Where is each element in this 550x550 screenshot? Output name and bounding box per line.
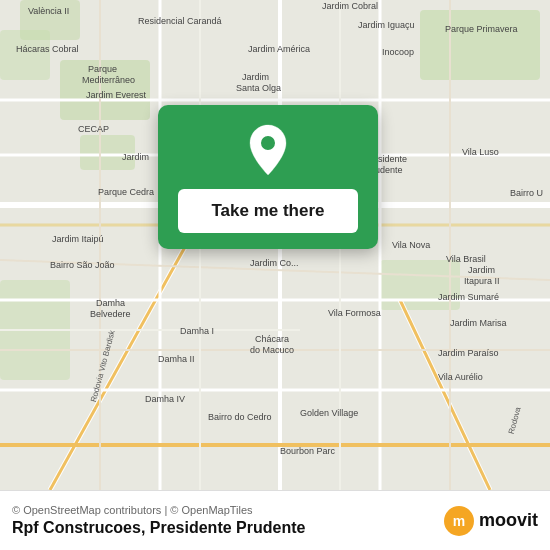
svg-text:Jardim: Jardim <box>468 265 495 275</box>
svg-text:Santa Olga: Santa Olga <box>236 83 281 93</box>
svg-text:do Macuco: do Macuco <box>250 345 294 355</box>
svg-text:Jardim Marisa: Jardim Marisa <box>450 318 507 328</box>
svg-text:CECAP: CECAP <box>78 124 109 134</box>
svg-text:Jardim Everest: Jardim Everest <box>86 90 147 100</box>
svg-text:Jardim Co...: Jardim Co... <box>250 258 299 268</box>
svg-text:Parque Primavera: Parque Primavera <box>445 24 518 34</box>
svg-text:Parque Cedra: Parque Cedra <box>98 187 154 197</box>
svg-text:Vila Nova: Vila Nova <box>392 240 430 250</box>
map-attribution: © OpenStreetMap contributors | © OpenMap… <box>12 504 443 516</box>
svg-text:Damha I: Damha I <box>180 326 214 336</box>
svg-rect-3 <box>420 10 540 80</box>
svg-text:Bourbon Parc: Bourbon Parc <box>280 446 336 456</box>
svg-text:Hácaras Cobral: Hácaras Cobral <box>16 44 79 54</box>
svg-rect-7 <box>380 260 460 310</box>
svg-rect-4 <box>0 30 50 80</box>
map-container: València II Residencial Carandá Jardim I… <box>0 0 550 490</box>
svg-text:Vila Brasil: Vila Brasil <box>446 254 486 264</box>
svg-text:Belvedere: Belvedere <box>90 309 131 319</box>
svg-text:Vila Aurélio: Vila Aurélio <box>438 372 483 382</box>
svg-text:Jardim Iguaçu: Jardim Iguaçu <box>358 20 415 30</box>
take-me-there-button[interactable]: Take me there <box>178 189 358 233</box>
svg-text:Bairro U: Bairro U <box>510 188 543 198</box>
location-name: Rpf Construcoes, Presidente Prudente <box>12 519 443 537</box>
svg-text:Itapura II: Itapura II <box>464 276 500 286</box>
svg-text:Mediterrâneo: Mediterrâneo <box>82 75 135 85</box>
svg-text:Parque: Parque <box>88 64 117 74</box>
svg-text:Jardim Paraíso: Jardim Paraíso <box>438 348 499 358</box>
svg-text:Jardim Sumaré: Jardim Sumaré <box>438 292 499 302</box>
svg-point-73 <box>260 135 276 151</box>
svg-text:Chácara: Chácara <box>255 334 289 344</box>
svg-text:Jardim: Jardim <box>122 152 149 162</box>
svg-text:Bairro São João: Bairro São João <box>50 260 115 270</box>
bottom-bar: © OpenStreetMap contributors | © OpenMap… <box>0 490 550 550</box>
svg-text:Damha IV: Damha IV <box>145 394 185 404</box>
moovit-logo: m moovit <box>443 505 538 537</box>
svg-text:València II: València II <box>28 6 69 16</box>
svg-text:Damha II: Damha II <box>158 354 195 364</box>
location-pin-icon <box>245 123 291 177</box>
svg-text:Golden Village: Golden Village <box>300 408 358 418</box>
svg-text:Jardim Cobral: Jardim Cobral <box>322 1 378 11</box>
location-card: Take me there <box>158 105 378 249</box>
svg-text:Jardim América: Jardim América <box>248 44 310 54</box>
svg-text:Vila Formosa: Vila Formosa <box>328 308 381 318</box>
svg-text:Inocoop: Inocoop <box>382 47 414 57</box>
moovit-brand-name: moovit <box>479 510 538 531</box>
svg-text:Residencial Carandá: Residencial Carandá <box>138 16 222 26</box>
svg-text:Jardim: Jardim <box>242 72 269 82</box>
moovit-brand-icon: m <box>443 505 475 537</box>
svg-text:m: m <box>453 513 465 529</box>
svg-text:Bairro do Cedro: Bairro do Cedro <box>208 412 272 422</box>
svg-text:Jardim Itaipú: Jardim Itaipú <box>52 234 104 244</box>
svg-text:Vila Luso: Vila Luso <box>462 147 499 157</box>
svg-text:Damha: Damha <box>96 298 125 308</box>
